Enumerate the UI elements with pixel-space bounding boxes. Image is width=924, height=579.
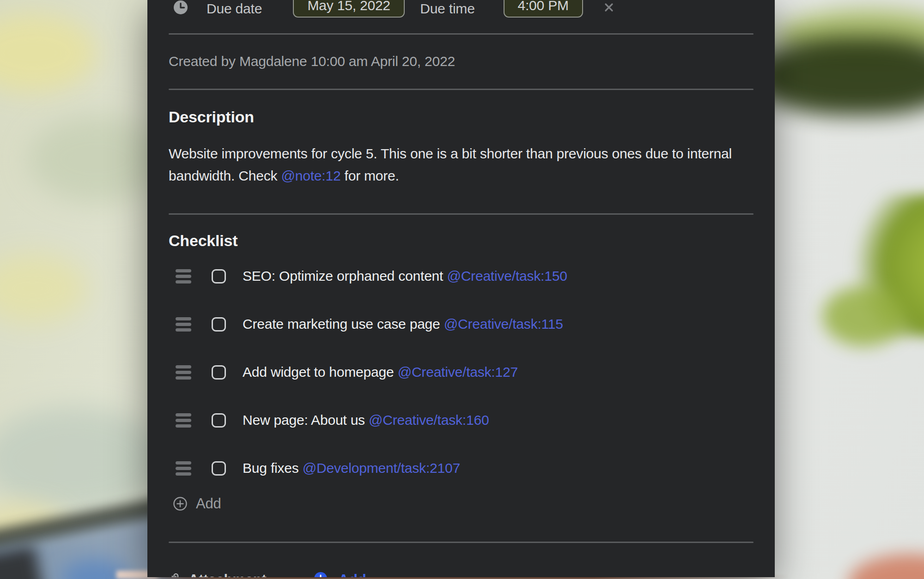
checklist-checkbox[interactable] [212,317,226,332]
description-text-part: Website improvements for cycle 5. This o… [169,146,732,183]
plus-circle-filled-icon [314,572,328,577]
task-link[interactable]: @Development/task:2107 [303,460,460,476]
divider [169,542,754,543]
divider [169,89,754,90]
task-link[interactable]: @Creative/task:127 [398,364,518,380]
checklist-item-text: Create marketing use case page [243,316,444,332]
checklist-item-text: SEO: Optimize orphaned content [243,268,447,283]
drag-handle-icon[interactable] [176,317,191,332]
attachment-add-label: Add [339,572,366,577]
task-link[interactable]: @Creative/task:160 [369,412,489,428]
task-modal: Due date May 15, 2022 Due time 4:00 PM C… [147,0,775,577]
checklist-item-label: New page: About us @Creative/task:160 [243,412,489,428]
checklist-item: Add widget to homepage @Creative/task:12… [169,348,754,396]
checklist-item-label: Bug fixes @Development/task:2107 [243,460,460,476]
due-row: Due date May 15, 2022 Due time 4:00 PM [169,0,754,18]
due-time-field[interactable]: 4:00 PM [504,0,583,18]
checklist-title: Checklist [169,230,754,251]
drag-handle-icon[interactable] [176,413,191,428]
attachment-section: Attachment Add [169,572,754,577]
checklist-item-text: New page: About us [243,412,369,428]
checklist-item-label: SEO: Optimize orphaned content @Creative… [243,268,567,284]
attachment-add-button[interactable]: Add [314,572,366,577]
checklist-add-button[interactable]: Add [169,492,754,515]
checklist-item-label: Add widget to homepage @Creative/task:12… [243,364,518,380]
drag-handle-icon[interactable] [176,461,191,476]
checklist-checkbox[interactable] [212,413,226,428]
checklist-item: SEO: Optimize orphaned content @Creative… [169,252,754,300]
checklist-checkbox[interactable] [212,269,226,283]
checklist: SEO: Optimize orphaned content @Creative… [169,252,754,492]
drag-handle-icon[interactable] [176,365,191,380]
clear-due-date-button[interactable] [602,0,616,14]
due-date-field[interactable]: May 15, 2022 [293,0,405,18]
checklist-item: New page: About us @Creative/task:160 [169,396,754,444]
attachment-label: Attachment [188,572,267,577]
checklist-checkbox[interactable] [212,461,226,476]
due-date-label: Due date [207,1,262,17]
description-text: Website improvements for cycle 5. This o… [169,143,748,187]
checklist-item: Create marketing use case page @Creative… [169,300,754,348]
close-icon [602,0,616,14]
note-link[interactable]: @note:12 [281,168,340,183]
paperclip-icon [169,572,182,577]
checklist-item: Bug fixes @Development/task:2107 [169,444,754,492]
task-link[interactable]: @Creative/task:115 [444,316,563,332]
checklist-item-label: Create marketing use case page @Creative… [243,316,563,332]
clock-icon [173,0,188,15]
divider [169,213,754,215]
due-time-label: Due time [420,1,474,17]
description-title: Description [169,107,754,127]
plus-circle-icon [173,496,188,511]
created-by-text: Created by Magdalene 10:00 am April 20, … [169,52,754,71]
drag-handle-icon[interactable] [176,269,191,283]
divider [169,33,754,35]
checklist-item-text: Bug fixes [243,460,303,476]
task-link[interactable]: @Creative/task:150 [447,268,567,283]
description-text-part: for more. [340,168,399,183]
checklist-checkbox[interactable] [212,365,226,380]
checklist-add-label: Add [196,495,221,512]
checklist-item-text: Add widget to homepage [243,364,398,380]
